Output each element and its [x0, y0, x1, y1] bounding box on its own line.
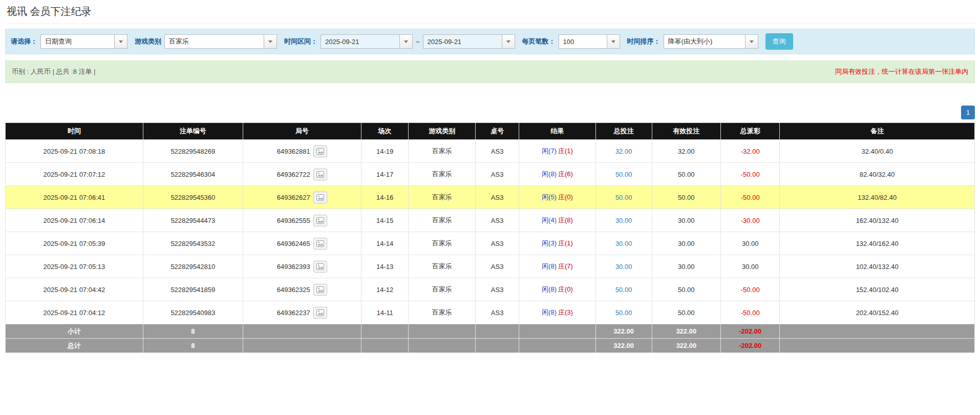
sort-label: 时间排序： [627, 37, 661, 46]
footer-empty-cell [409, 324, 476, 339]
picture-icon [316, 194, 324, 201]
cell-valid-bet: 32.00 [652, 140, 720, 163]
cell-bet-id: 522829543532 [143, 232, 243, 255]
game-type-combo [164, 34, 277, 49]
cell-valid-bet: 30.00 [652, 232, 720, 255]
search-button[interactable]: 查询 [765, 33, 793, 50]
date-from-input[interactable] [321, 34, 400, 49]
cell-result: 闲(5)庄(0) [519, 186, 596, 209]
picture-icon [316, 240, 324, 247]
total-bet-link[interactable]: 50.00 [615, 286, 632, 294]
total-bet-link[interactable]: 30.00 [615, 217, 632, 224]
col-header-payout: 总派彩 [720, 123, 779, 140]
page-size-input[interactable] [559, 34, 607, 49]
round-result-icon[interactable] [313, 307, 327, 319]
cell-remark: 102.40/132.40 [780, 255, 975, 278]
col-header-round-id: 局号 [243, 123, 361, 140]
game-type-input[interactable] [164, 34, 264, 49]
cell-round-id: 649362393 [243, 255, 361, 278]
cell-remark: 162.40/132.40 [780, 209, 975, 232]
subtotal-payout: -202.00 [720, 324, 779, 339]
round-result-icon[interactable] [313, 215, 327, 226]
cell-session: 14-15 [361, 209, 409, 232]
total-row: 总计 8 322.00 322.00 -202.00 [6, 339, 975, 353]
cell-valid-bet: 50.00 [652, 278, 720, 301]
page-size-dropdown-button[interactable] [607, 34, 620, 49]
cell-total-bet: 50.00 [595, 301, 652, 324]
cell-payout: -32.00 [720, 140, 779, 163]
round-result-icon[interactable] [313, 284, 327, 296]
result-banker: 庄(0) [558, 285, 573, 293]
footer-empty-cell [780, 339, 975, 353]
date-range-label: 时间区间： [284, 37, 317, 46]
cell-valid-bet: 30.00 [652, 209, 720, 232]
pagination-page-1[interactable]: 1 [961, 106, 975, 119]
round-number: 649362722 [277, 171, 310, 178]
round-result-icon[interactable] [313, 146, 327, 157]
cell-payout: 30.00 [720, 255, 779, 278]
footer-empty-cell [519, 324, 596, 339]
date-to-dropdown-button[interactable] [502, 34, 515, 49]
cell-valid-bet: 30.00 [652, 255, 720, 278]
cell-game-type: 百家乐 [409, 301, 476, 324]
page-size-group: 每页笔数： [522, 34, 620, 49]
cell-game-type: 百家乐 [409, 232, 476, 255]
cell-payout: -50.00 [720, 301, 779, 324]
picture-icon [316, 171, 324, 178]
cell-game-type: 百家乐 [409, 140, 476, 163]
total-label: 总计 [6, 339, 143, 353]
cell-round-id: 649362465 [243, 232, 361, 255]
result-banker: 庄(1) [558, 239, 573, 247]
round-result-icon[interactable] [313, 169, 327, 180]
cell-result: 闲(7)庄(1) [519, 140, 596, 163]
sort-dropdown-button[interactable] [745, 34, 758, 49]
subtotal-count: 8 [143, 324, 243, 339]
page: 视讯 会员下注纪录 请选择： 游戏类别 时间区间： ~ [0, 0, 980, 374]
cell-round-id: 649362722 [243, 163, 361, 186]
footer-empty-cell [243, 339, 361, 353]
pagination: 1 [5, 106, 975, 119]
page-size-label: 每页笔数： [522, 37, 556, 46]
total-bet-link[interactable]: 50.00 [615, 171, 632, 178]
total-bet-link[interactable]: 32.00 [615, 148, 632, 155]
total-bet-link[interactable]: 50.00 [615, 194, 632, 201]
footer-empty-cell [243, 324, 361, 339]
game-type-dropdown-button[interactable] [264, 34, 277, 49]
round-result-icon[interactable] [313, 238, 327, 250]
total-bet-link[interactable]: 30.00 [615, 240, 632, 247]
table-row: 2025-09-21 07:06:14 522829544473 6493625… [6, 209, 975, 232]
cell-bet-id: 522829544473 [143, 209, 243, 232]
date-range-separator: ~ [416, 38, 420, 46]
total-bet-link[interactable]: 50.00 [615, 309, 632, 317]
cell-remark: 32.40/0.40 [780, 140, 975, 163]
subtotal-row: 小计 8 322.00 322.00 -202.00 [6, 324, 975, 339]
query-type-dropdown-button[interactable] [115, 34, 127, 49]
cell-result: 闲(8)庄(0) [519, 278, 596, 301]
cell-table-no: AS3 [476, 255, 519, 278]
footer-empty-cell [409, 339, 476, 353]
summary-bar: 币别 : 人民币 | 总共 :8 注单 | 同局有效投注，统一计算在该局第一张注… [5, 60, 975, 83]
cell-payout: 30.00 [720, 232, 779, 255]
col-header-total-bet: 总投注 [595, 123, 652, 140]
total-bet-link[interactable]: 30.00 [615, 263, 632, 271]
result-banker: 庄(0) [558, 193, 573, 201]
cell-total-bet: 30.00 [595, 232, 652, 255]
cell-remark: 132.40/82.40 [780, 186, 975, 209]
date-to-input[interactable] [423, 34, 502, 49]
total-count: 8 [143, 339, 243, 353]
chevron-down-icon [506, 40, 510, 43]
sort-input[interactable] [664, 34, 745, 49]
round-result-icon[interactable] [313, 192, 327, 203]
total-total-bet: 322.00 [595, 339, 652, 353]
cell-time: 2025-09-21 07:06:14 [6, 209, 143, 232]
table-header-row: 时间 注单编号 局号 场次 游戏类别 桌号 结果 总投注 有效投注 总派彩 备注 [6, 123, 975, 140]
result-player: 闲(5) [542, 193, 557, 201]
date-from-dropdown-button[interactable] [400, 34, 413, 49]
result-banker: 庄(7) [558, 262, 573, 270]
cell-time: 2025-09-21 07:04:42 [6, 278, 143, 301]
query-type-input[interactable] [40, 34, 115, 49]
page-title: 视讯 会员下注纪录 [7, 6, 92, 17]
query-type-label: 请选择： [11, 37, 37, 46]
cell-time: 2025-09-21 07:07:12 [6, 163, 143, 186]
round-result-icon[interactable] [313, 261, 327, 273]
